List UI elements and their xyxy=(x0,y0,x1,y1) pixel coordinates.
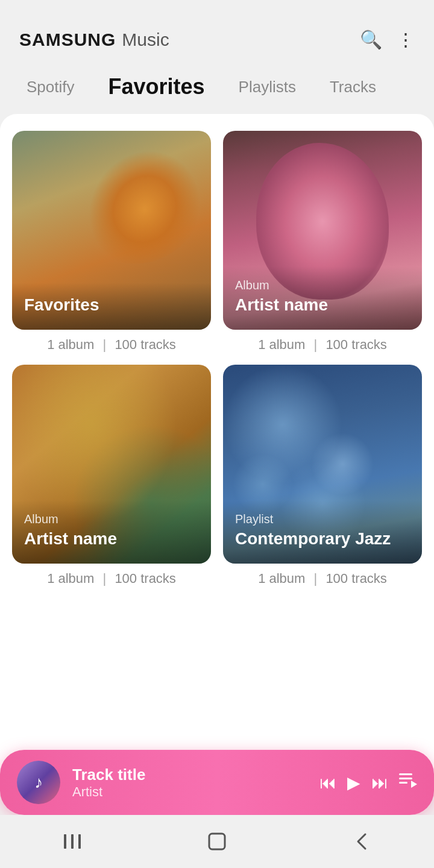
tab-playlists[interactable]: Playlists xyxy=(222,68,313,106)
more-options-icon[interactable]: ⋮ xyxy=(397,29,415,50)
next-button[interactable]: ⏭ xyxy=(371,773,388,793)
svg-rect-4 xyxy=(64,834,66,849)
tab-spotify[interactable]: Spotify xyxy=(0,68,92,106)
card-artist-2[interactable]: Album Artist name 1 album | 100 tracks xyxy=(12,365,211,587)
card-artist-2-overlay: Album Artist name xyxy=(12,500,211,564)
card-jazz-image: Playlist Contemporary Jazz xyxy=(223,365,422,564)
bottom-nav xyxy=(0,815,434,868)
svg-rect-7 xyxy=(209,834,225,849)
back-button[interactable] xyxy=(338,817,386,866)
playback-controls: ⏮ ▶ ⏭ xyxy=(319,772,417,793)
svg-rect-6 xyxy=(78,834,81,849)
card-jazz[interactable]: Playlist Contemporary Jazz 1 album | 100… xyxy=(223,365,422,587)
tab-navigation: Spotify Favorites Playlists Tracks xyxy=(0,64,434,109)
card-favorites-overlay: Favorites xyxy=(12,283,211,330)
card-artist-1-image: Album Artist name xyxy=(223,131,422,330)
card-artist-2-image: Album Artist name xyxy=(12,365,211,564)
play-pause-button[interactable]: ▶ xyxy=(347,773,360,793)
queue-button[interactable] xyxy=(399,772,417,793)
card-jazz-overlay: Playlist Contemporary Jazz xyxy=(223,500,422,564)
now-playing-thumbnail[interactable] xyxy=(17,761,60,804)
card-jazz-type: Playlist xyxy=(235,512,410,526)
card-favorites-image: Favorites xyxy=(12,131,211,330)
search-icon[interactable]: 🔍 xyxy=(360,29,382,50)
previous-button[interactable]: ⏮ xyxy=(319,773,336,793)
card-artist-1-title: Artist name xyxy=(235,295,410,315)
app-logo: SAMSUNG Music xyxy=(19,30,169,50)
header-actions: 🔍 ⋮ xyxy=(360,29,415,50)
now-playing-bar[interactable]: Track title Artist ⏮ ▶ ⏭ xyxy=(0,750,434,815)
svg-rect-5 xyxy=(71,834,74,849)
card-artist-2-meta: 1 album | 100 tracks xyxy=(47,571,176,587)
card-favorites-title: Favorites xyxy=(24,295,199,315)
card-artist-2-type: Album xyxy=(24,512,199,526)
now-playing-artist: Artist xyxy=(72,784,307,800)
tab-tracks[interactable]: Tracks xyxy=(313,68,393,106)
card-jazz-title: Contemporary Jazz xyxy=(235,529,410,549)
app-header: SAMSUNG Music 🔍 ⋮ xyxy=(0,0,434,64)
now-playing-info: Track title Artist xyxy=(72,766,307,800)
svg-rect-2 xyxy=(399,782,407,784)
card-favorites[interactable]: Favorites 1 album | 100 tracks xyxy=(12,131,211,353)
card-artist-1-meta: 1 album | 100 tracks xyxy=(258,337,387,353)
svg-marker-3 xyxy=(411,781,417,788)
card-artist-1-type: Album xyxy=(235,278,410,292)
logo-samsung: SAMSUNG xyxy=(19,30,116,50)
card-artist-1-overlay: Album Artist name xyxy=(223,266,422,330)
card-jazz-meta: 1 album | 100 tracks xyxy=(258,571,387,587)
svg-rect-0 xyxy=(399,773,412,775)
cards-grid: Favorites 1 album | 100 tracks Album Art… xyxy=(12,131,422,587)
tab-favorites[interactable]: Favorites xyxy=(92,64,222,109)
home-button[interactable] xyxy=(193,817,241,866)
now-playing-title: Track title xyxy=(72,766,307,784)
recents-button[interactable] xyxy=(48,817,96,866)
main-content: Favorites 1 album | 100 tracks Album Art… xyxy=(0,114,434,777)
card-artist-2-title: Artist name xyxy=(24,529,199,549)
logo-music: Music xyxy=(122,30,169,50)
card-artist-1[interactable]: Album Artist name 1 album | 100 tracks xyxy=(223,131,422,353)
svg-rect-1 xyxy=(399,778,412,779)
card-favorites-meta: 1 album | 100 tracks xyxy=(47,337,176,353)
